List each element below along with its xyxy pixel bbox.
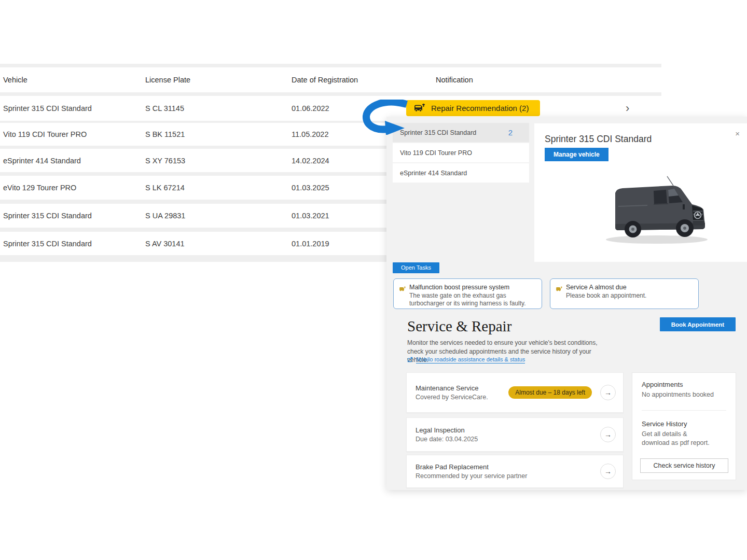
license-plate: S XY 76153 (145, 149, 185, 172)
open-maintenance-arrow-icon[interactable]: → (600, 385, 616, 400)
open-brake-pad-arrow-icon[interactable]: → (600, 464, 616, 479)
table-header-row: Vehicle License Plate Date of Registrati… (0, 67, 661, 92)
appointments-history-panel: Appointments No appointments booked Serv… (632, 372, 736, 480)
maintenance-service-card[interactable]: Maintenance Service Covered by ServiceCa… (406, 372, 624, 413)
appointments-text: No appointments booked (642, 390, 726, 399)
vehicle-photo (596, 174, 717, 251)
service-repair-heading: Service & Repair (407, 318, 511, 335)
license-plate: S AV 30141 (145, 232, 185, 255)
registration-date: 01.06.2022 (292, 96, 329, 121)
vehicle-detail-overlay: Sprinter 315 CDI Standard 2 Vito 119 CDI… (386, 117, 747, 490)
legal-inspection-card[interactable]: Legal Inspection Due date: 03.04.2025 → (406, 417, 624, 452)
license-plate: S UA 29831 (145, 204, 185, 228)
vehicle-item-label: Sprinter 315 CDI Standard (400, 129, 476, 136)
header-license-plate: License Plate (145, 67, 190, 92)
license-plate: S CL 31145 (145, 96, 184, 121)
task-body: The waste gate on the exhaust gas turboc… (409, 292, 536, 308)
license-plate: S BK 11521 (145, 123, 185, 146)
header-notification: Notification (436, 67, 473, 92)
close-icon[interactable]: × (733, 128, 742, 139)
card-subtitle: Due date: 03.04.2025 (416, 436, 478, 443)
due-status-badge: Almost due – 18 days left (508, 386, 592, 399)
task-card-service-a[interactable]: Service A almost due Please book an appo… (550, 278, 699, 309)
registration-date: 14.02.2024 (292, 149, 329, 172)
vehicle-name: eVito 129 Tourer PRO (3, 176, 76, 200)
notification-count-badge: 2 (508, 128, 513, 137)
vehicle-selector-list: Sprinter 315 CDI Standard 2 Vito 119 CDI… (393, 123, 529, 184)
task-body: Please book an appointment. (566, 292, 693, 300)
appointments-title: Appointments (642, 381, 726, 388)
brake-pad-card[interactable]: Brake Pad Replacement Recommended by you… (406, 455, 624, 488)
service-history-text: Get all details & download as pdf report… (642, 430, 712, 447)
card-title: Brake Pad Replacement (416, 463, 527, 471)
card-title: Legal Inspection (416, 426, 478, 434)
registration-date: 11.05.2022 (292, 123, 329, 146)
mobilo-link-label: Mobilo roadside assistance details & sta… (416, 356, 525, 363)
manage-vehicle-button[interactable]: Manage vehicle (545, 148, 608, 161)
service-history-title: Service History (642, 420, 726, 428)
divider (642, 410, 726, 411)
van-warning-icon (413, 103, 426, 114)
vehicle-detail-title: Sprinter 315 CDI Standard (545, 134, 652, 145)
header-vehicle: Vehicle (3, 67, 27, 92)
vehicle-list-item-vito-119[interactable]: Vito 119 CDI Tourer PRO (393, 143, 529, 162)
check-service-history-button[interactable]: Check service history (640, 458, 728, 473)
mobilo-assistance-link[interactable]: Mobilo roadside assistance details & sta… (407, 356, 525, 363)
fleet-dashboard-screen: Vehicle License Plate Date of Registrati… (0, 0, 747, 560)
task-title: Malfunction boost pressure system (409, 284, 536, 291)
open-tasks-tab[interactable]: Open Tasks (393, 262, 439, 273)
registration-date: 01.03.2021 (292, 204, 329, 228)
header-date-of-registration: Date of Registration (292, 67, 358, 92)
registration-date: 01.01.2019 (292, 232, 329, 255)
van-warning-icon (556, 285, 563, 294)
card-subtitle: Covered by ServiceCare. (416, 394, 488, 401)
repair-recommendation-label: Repair Recommendation (2) (431, 104, 529, 113)
open-inspection-arrow-icon[interactable]: → (600, 427, 616, 442)
external-link-icon (407, 357, 413, 363)
vehicle-detail-card: Sprinter 315 CDI Standard Manage vehicle… (534, 123, 747, 262)
book-appointment-button[interactable]: Book Appointment (660, 317, 736, 331)
task-card-malfunction[interactable]: Malfunction boost pressure system The wa… (393, 278, 542, 309)
repair-recommendation-button[interactable]: Repair Recommendation (2) (406, 100, 540, 116)
vehicle-item-label: Vito 119 CDI Tourer PRO (400, 149, 472, 157)
vehicle-list-item-esprinter-414[interactable]: eSprinter 414 Standard (393, 163, 529, 183)
vehicle-name: eSprinter 414 Standard (3, 149, 81, 172)
vehicle-item-label: eSprinter 414 Standard (400, 170, 467, 177)
card-subtitle: Recommended by your service partner (416, 472, 527, 480)
card-title: Maintenance Service (416, 384, 488, 392)
task-title: Service A almost due (566, 284, 693, 291)
vehicle-list-item-sprinter-315[interactable]: Sprinter 315 CDI Standard 2 (393, 123, 529, 142)
vehicle-name: Sprinter 315 CDI Standard (3, 232, 92, 255)
vehicle-name: Sprinter 315 CDI Standard (3, 204, 92, 228)
vehicle-name: Sprinter 315 CDI Standard (3, 96, 92, 121)
vehicle-name: Vito 119 CDI Tourer PRO (3, 123, 87, 146)
registration-date: 01.03.2025 (292, 176, 329, 200)
license-plate: S LK 67214 (145, 176, 185, 200)
van-warning-icon (399, 285, 406, 294)
